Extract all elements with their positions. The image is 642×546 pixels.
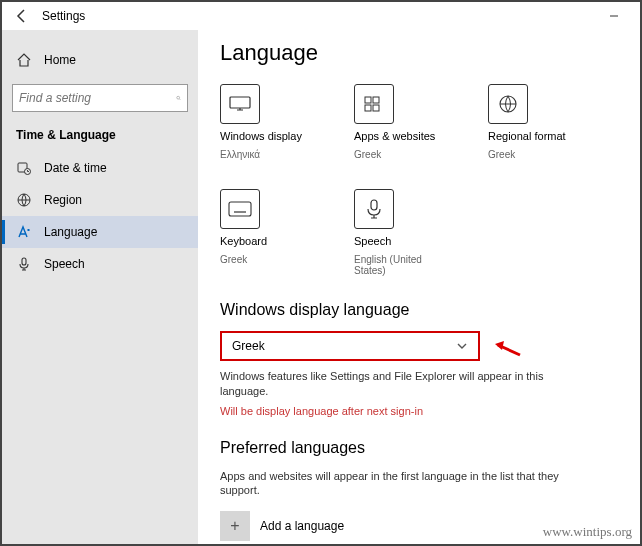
preferred-languages-help: Apps and websites will appear in the fir… bbox=[220, 469, 580, 499]
minimize-button[interactable] bbox=[596, 4, 632, 28]
display-language-help: Windows features like Settings and File … bbox=[220, 369, 580, 399]
globe-icon bbox=[16, 192, 32, 208]
globe-icon bbox=[497, 93, 519, 115]
plus-icon: + bbox=[220, 511, 250, 541]
titlebar: Settings bbox=[2, 2, 640, 30]
tile-label: Apps & websites bbox=[354, 130, 446, 143]
tile-sub: Ελληνικά bbox=[220, 149, 312, 161]
sidebar-item-label: Speech bbox=[44, 257, 85, 271]
display-language-heading: Windows display language bbox=[220, 301, 622, 319]
tile-sub: Greek bbox=[354, 149, 446, 161]
back-button[interactable] bbox=[10, 4, 34, 28]
tile-windows-display[interactable]: Windows display Ελληνικά bbox=[220, 84, 312, 161]
tile-keyboard[interactable]: Keyboard Greek bbox=[220, 189, 312, 277]
home-icon bbox=[16, 52, 32, 68]
watermark: www.wintips.org bbox=[543, 524, 632, 540]
tile-speech[interactable]: Speech English (United States) bbox=[354, 189, 446, 277]
home-label: Home bbox=[44, 53, 76, 67]
svg-rect-11 bbox=[373, 105, 379, 111]
display-language-warning: Will be display language after next sign… bbox=[220, 405, 622, 417]
sidebar-category: Time & Language bbox=[2, 124, 198, 152]
svg-rect-6 bbox=[22, 258, 26, 265]
back-arrow-icon bbox=[14, 8, 30, 24]
home-nav[interactable]: Home bbox=[2, 44, 198, 76]
preferred-languages-heading: Preferred languages bbox=[220, 439, 622, 457]
svg-rect-19 bbox=[371, 200, 377, 210]
sidebar: Home Time & Language Date & time Region … bbox=[2, 30, 198, 544]
minimize-icon bbox=[609, 11, 619, 21]
keyboard-icon bbox=[228, 201, 252, 217]
language-tiles: Windows display Ελληνικά Apps & websites… bbox=[220, 84, 622, 277]
svg-rect-8 bbox=[365, 97, 371, 103]
svg-rect-7 bbox=[230, 97, 250, 108]
apps-grid-icon bbox=[363, 95, 385, 113]
tile-label: Speech bbox=[354, 235, 446, 248]
sidebar-item-language[interactable]: Language bbox=[2, 216, 198, 248]
page-title: Language bbox=[220, 40, 622, 66]
content-area: Language Windows display Ελληνικά Apps &… bbox=[198, 30, 640, 544]
tile-label: Keyboard bbox=[220, 235, 312, 248]
svg-rect-13 bbox=[229, 202, 251, 216]
microphone-icon bbox=[365, 198, 383, 220]
annotation-arrow-icon bbox=[492, 335, 522, 359]
tile-sub: English (United States) bbox=[354, 254, 446, 277]
add-language-button[interactable]: + Add a language bbox=[220, 508, 580, 544]
sidebar-item-date-time[interactable]: Date & time bbox=[2, 152, 198, 184]
tile-label: Regional format bbox=[488, 130, 580, 143]
monitor-icon bbox=[229, 96, 251, 112]
tile-regional-format[interactable]: Regional format Greek bbox=[488, 84, 580, 161]
sidebar-item-region[interactable]: Region bbox=[2, 184, 198, 216]
search-input[interactable] bbox=[19, 91, 170, 105]
sidebar-item-label: Region bbox=[44, 193, 82, 207]
language-a-icon bbox=[16, 224, 32, 240]
tile-label: Windows display bbox=[220, 130, 312, 143]
search-box[interactable] bbox=[12, 84, 188, 112]
tile-sub: Greek bbox=[220, 254, 312, 266]
tile-sub: Greek bbox=[488, 149, 580, 161]
display-language-dropdown[interactable]: Greek bbox=[220, 331, 480, 361]
chevron-down-icon bbox=[456, 340, 468, 352]
dropdown-selected: Greek bbox=[232, 339, 265, 353]
sidebar-item-label: Language bbox=[44, 225, 97, 239]
svg-rect-9 bbox=[373, 97, 379, 103]
svg-point-1 bbox=[177, 96, 180, 99]
tile-apps-websites[interactable]: Apps & websites Greek bbox=[354, 84, 446, 161]
svg-line-2 bbox=[179, 99, 180, 100]
calendar-clock-icon bbox=[16, 160, 32, 176]
sidebar-item-label: Date & time bbox=[44, 161, 107, 175]
svg-rect-10 bbox=[365, 105, 371, 111]
add-language-label: Add a language bbox=[260, 519, 344, 533]
search-icon bbox=[176, 91, 181, 105]
sidebar-item-speech[interactable]: Speech bbox=[2, 248, 198, 280]
microphone-icon bbox=[16, 256, 32, 272]
window-title: Settings bbox=[42, 9, 85, 23]
